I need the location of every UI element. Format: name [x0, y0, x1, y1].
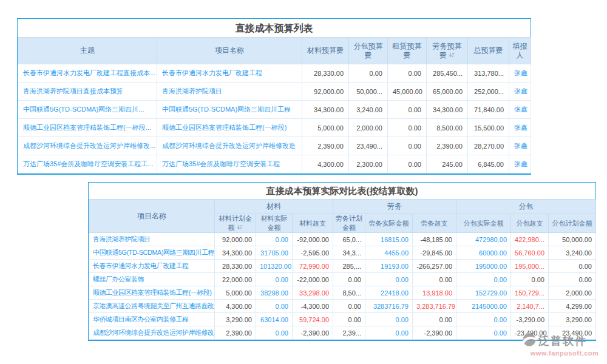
project-link[interactable]: 螺丝厂办公室装饰: [89, 273, 215, 286]
labor-budget-value: 285,450...: [427, 64, 468, 83]
subcontract-overrun-value: 150,729...: [511, 286, 549, 300]
subject-link[interactable]: 顺德工业园区档案管理精装饰工程(一标段...: [18, 119, 157, 137]
subcontract-actual-value[interactable]: 0.00: [456, 313, 511, 326]
column-header-label: 分包预算费: [354, 42, 383, 59]
project-link[interactable]: 长春市伊通河水力发电厂改建工程: [89, 260, 215, 273]
column-header-material-budget: 材料预算费: [302, 38, 349, 64]
subcontract-actual-value[interactable]: 152729.00: [456, 286, 511, 300]
subcontract-actual-value[interactable]: 195000.00: [456, 260, 511, 273]
comparison-group-header-row: 项目名称材料劳务分包: [89, 200, 596, 214]
subcontract-budget-value: 23,490...: [349, 137, 388, 155]
total-budget-value: 313,780...: [468, 64, 509, 83]
subcontract-actual-value[interactable]: 472980.00: [456, 233, 511, 246]
subcontract-budget-value: 2,300.00: [349, 155, 388, 174]
reporter-link[interactable]: 张鑫: [509, 137, 531, 155]
column-header-label: 材料预算费: [307, 46, 344, 55]
material-actual-value[interactable]: 0.00: [256, 326, 293, 340]
labor-actual-value[interactable]: 3283716.79: [365, 300, 413, 313]
material-actual-value[interactable]: 0.00: [256, 233, 293, 246]
rental-budget-value: 0.00: [388, 119, 427, 137]
subject-link[interactable]: 万达广场35#会所及咖啡厅空调安装工程工...: [18, 155, 157, 174]
project-link[interactable]: 青海洪湖养护院项目: [157, 83, 302, 101]
project-link[interactable]: 中国联通5G(TD-SCDMA)网络三期四川工程: [89, 246, 215, 260]
project-link[interactable]: 顺德工业园区档案管理精装饰工程(一标段): [157, 119, 302, 137]
labor-overrun-value: -29,845.00: [413, 246, 456, 260]
labor-budget-value: 2,390.00: [427, 137, 468, 155]
material-overrun-value: 72,990.00: [293, 260, 333, 273]
column-header-labor-budget[interactable]: 劳务预算费: [427, 38, 468, 64]
column-header-label: 分包计划金额: [552, 220, 592, 227]
material-plan-value: 2,390.00: [215, 326, 256, 340]
material-plan-value: 34,300.00: [215, 246, 256, 260]
reporter-link[interactable]: 张鑫: [509, 64, 531, 83]
labor-overrun-value: 3,283,716.79: [413, 300, 456, 313]
labor-actual-value[interactable]: 4455.00: [365, 246, 413, 260]
material-plan-value: 4,300.00: [215, 300, 256, 313]
subject-link[interactable]: 中国联通5G(TD-SCDMA)网络三期四川...: [18, 101, 157, 119]
subcontract-actual-value[interactable]: 60000.00: [456, 246, 511, 260]
subcontract-plan-value: 0.00: [549, 260, 596, 273]
rental-budget-value: 0.00: [388, 101, 427, 119]
column-header-subcontract-budget: 分包预算费: [349, 38, 388, 64]
labor-plan-value: 0.00: [333, 300, 365, 313]
project-link[interactable]: 青海洪湖养护院项目: [89, 233, 215, 246]
table-row: 成都沙河环境综合提升改造运河护岸维修改造2,390.000.00-2,390.0…: [89, 326, 596, 340]
column-header-label: 分包超支: [517, 220, 543, 227]
column-header-label: 主题: [80, 46, 95, 55]
column-header-project-name: 项目名称: [157, 38, 302, 64]
project-link[interactable]: 华侨城项目南区办公室内装修工程: [89, 313, 215, 326]
material-overrun-value: -2,595.00: [293, 246, 333, 260]
project-link[interactable]: 顺德工业园区档案管理精装饰工程(一标段): [89, 286, 215, 300]
subcontract-budget-value: 0.00: [349, 64, 388, 83]
table-row: 成都沙河环境综合提升改造运河护岸维修改...成都沙河环境综合提升改造运河护岸维修…: [18, 137, 531, 155]
labor-actual-value[interactable]: 0.00: [365, 313, 413, 326]
labor-actual-value[interactable]: 0.00: [365, 326, 413, 340]
project-link[interactable]: 长春市伊通河水力发电厂改建工程: [157, 64, 302, 83]
subcontract-plan-value: 2,000.00: [549, 286, 596, 300]
column-header-material-plan[interactable]: 材料计划金额: [215, 214, 256, 233]
table-row: 中国联通5G(TD-SCDMA)网络三期四川工程34,300.0031705.0…: [89, 246, 596, 260]
rental-budget-value: 0.00: [388, 64, 427, 83]
subject-link[interactable]: 长春市伊通河水力发电厂改建工程直接成本...: [18, 64, 157, 83]
reporter-link[interactable]: 张鑫: [509, 155, 531, 174]
reporter-link[interactable]: 张鑫: [509, 83, 531, 101]
labor-budget-value: 65,000.00: [427, 83, 468, 101]
table-row: 青海洪湖养护院项目92,000.000.00-92,000.0065,0...1…: [89, 233, 596, 246]
project-link[interactable]: 成都沙河环境综合提升改造运河护岸维修改造: [157, 137, 302, 155]
vendor-website: www.fanpusoft.com: [522, 349, 607, 357]
table-row: 顺德工业园区档案管理精装饰工程(一标段...顺德工业园区档案管理精装饰工程(一标…: [18, 119, 531, 137]
table-row: 京港澳高速公路粤境韶关至广州互通路面改造中4,300.000.00-4,300.…: [89, 300, 596, 313]
labor-actual-value[interactable]: 19193.00: [365, 260, 413, 273]
subcontract-plan-value: 3,290.00: [549, 313, 596, 326]
material-actual-value[interactable]: 38298.00: [256, 286, 293, 300]
material-budget-value: 2,390.00: [302, 137, 349, 155]
subject-link[interactable]: 成都沙河环境综合提升改造运河护岸维修改...: [18, 137, 157, 155]
material-actual-value[interactable]: 63014.00: [256, 313, 293, 326]
project-link[interactable]: 万达广场35#会所及咖啡厅空调安装工程: [157, 155, 302, 174]
labor-actual-value[interactable]: 0.00: [365, 273, 413, 286]
material-actual-value[interactable]: 101320.00: [256, 260, 293, 273]
subcontract-actual-value[interactable]: 0.00: [456, 273, 511, 286]
material-actual-value[interactable]: 0.00: [256, 273, 293, 286]
project-link[interactable]: 中国联通5G(TD-SCDMA)网络三期四川工程: [157, 101, 302, 119]
labor-actual-value[interactable]: 22418.00: [365, 286, 413, 300]
total-budget-value: 6,845.00: [468, 155, 509, 174]
column-header-project-name: 项目名称: [89, 200, 215, 233]
sort-icon[interactable]: [235, 224, 243, 231]
material-actual-value[interactable]: 0.00: [256, 300, 293, 313]
material-plan-value: 3,290.00: [215, 313, 256, 326]
subcontract-overrun-value: 422,980...: [511, 233, 549, 246]
subcontract-actual-value[interactable]: 0.00: [456, 326, 511, 340]
sort-icon[interactable]: [447, 51, 455, 59]
labor-actual-value[interactable]: 16815.00: [365, 233, 413, 246]
reporter-link[interactable]: 张鑫: [509, 101, 531, 119]
material-overrun-value: 33,298.00: [293, 286, 333, 300]
project-link[interactable]: 京港澳高速公路粤境韶关至广州互通路面改造中: [89, 300, 215, 313]
column-header-subcontract-overrun: 分包超支: [511, 214, 549, 233]
subject-link[interactable]: 青海洪湖养护院项目直接成本预算: [18, 83, 157, 101]
project-link[interactable]: 成都沙河环境综合提升改造运河护岸维修改造: [89, 326, 215, 340]
material-actual-value[interactable]: 31705.00: [256, 246, 293, 260]
group-header-material: 材料: [215, 200, 333, 214]
subcontract-actual-value[interactable]: 2145000.00: [456, 300, 511, 313]
reporter-link[interactable]: 张鑫: [509, 119, 531, 137]
